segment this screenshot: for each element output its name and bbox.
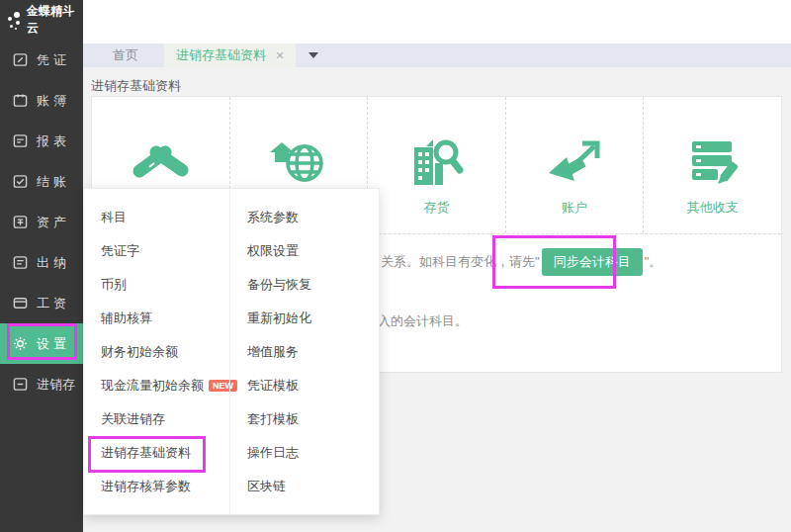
menu-item-label: 权限设置 <box>247 242 299 260</box>
menu-item-label: 系统参数 <box>247 209 299 226</box>
menu-item-label: 现金流量初始余额 <box>101 377 204 395</box>
card-inventory[interactable]: 存货 <box>368 97 506 233</box>
sidebar-item-label: 设置 <box>37 335 70 353</box>
sidebar-item-cashier[interactable]: 出纳 <box>0 242 83 283</box>
closing-check-icon <box>13 174 28 189</box>
cashier-icon <box>13 255 28 270</box>
menu-item-label: 增值服务 <box>247 343 299 361</box>
menu-item-inventory-accounting-params[interactable]: 进销存核算参数 <box>84 470 229 503</box>
sidebar-item-label: 凭证 <box>37 51 70 69</box>
tab-active-label: 进销存基础资料 <box>176 46 266 64</box>
sidebar-item-salary[interactable]: 工资 <box>0 283 83 323</box>
sidebar-item-label: 进销存 <box>37 376 75 394</box>
menu-item-label: 进销存核算参数 <box>101 478 191 495</box>
globe-house-icon <box>269 137 328 185</box>
sidebar-item-inventory[interactable]: 进销存 <box>0 364 83 404</box>
sync-accounting-subjects-button[interactable]: 同步会计科目 <box>542 248 643 276</box>
menu-item-system-params[interactable]: 系统参数 <box>230 201 379 234</box>
transfer-arrows-icon <box>547 139 602 185</box>
sidebar-item-closing[interactable]: 结账 <box>0 161 83 202</box>
sidebar-item-asset[interactable]: 资产 <box>0 202 83 242</box>
sidebar-item-label: 资产 <box>37 214 70 231</box>
menu-item-value-added-services[interactable]: 增值服务 <box>230 335 379 369</box>
gear-icon <box>13 336 28 351</box>
menu-item-label: 关联进销存 <box>101 410 165 428</box>
sidebar-item-ledger[interactable]: 账簿 <box>0 80 83 121</box>
asset-icon <box>13 215 28 229</box>
salary-card-icon <box>13 296 28 310</box>
top-white-bar <box>83 0 791 44</box>
menu-item-blockchain[interactable]: 区块链 <box>230 470 379 503</box>
tab-home-label: 首页 <box>113 46 138 64</box>
sidebar-item-label: 工资 <box>37 295 70 312</box>
sidebar-item-settings[interactable]: 设置 <box>0 323 83 364</box>
inventory-icon <box>13 377 28 392</box>
menu-item-link-inventory[interactable]: 关联进销存 <box>84 402 229 436</box>
menu-item-label: 辅助核算 <box>101 310 152 327</box>
ledger-icon <box>13 93 28 108</box>
menu-item-label: 进销存基础资料 <box>101 444 191 462</box>
card-accounts[interactable]: 账户 <box>506 97 645 233</box>
menu-item-label: 备份与恢复 <box>247 276 311 294</box>
menu-item-reinitialize[interactable]: 重新初始化 <box>230 302 379 335</box>
menu-item-voucher-type[interactable]: 凭证字 <box>84 234 229 268</box>
tab-bar: 首页 进销存基础资料 × <box>83 44 791 67</box>
sidebar: 金蝶精斗云 凭证 账簿 报表 结账 资产 出纳 工资 设置 进销存 <box>0 0 83 532</box>
tab-close-icon[interactable]: × <box>276 48 284 62</box>
report-icon <box>13 133 28 148</box>
server-edit-icon <box>684 139 742 185</box>
app-logo-text: 金蝶精斗云 <box>27 3 83 37</box>
tab-home[interactable]: 首页 <box>93 44 158 67</box>
inventory-search-icon <box>407 137 465 185</box>
menu-item-backup-restore[interactable]: 备份与恢复 <box>230 268 379 302</box>
page-title: 进销存基础资料 <box>91 77 181 95</box>
menu-item-initial-balance[interactable]: 财务初始余额 <box>84 335 229 369</box>
menu-item-label: 凭证字 <box>101 242 139 260</box>
sidebar-item-voucher[interactable]: 凭证 <box>0 40 83 80</box>
sidebar-item-label: 账簿 <box>37 92 70 110</box>
menu-item-label: 币别 <box>101 276 127 294</box>
settings-dropdown-menu: 科目 凭证字 币别 辅助核算 财务初始余额 现金流量初始余额 NEW 关联进销存… <box>83 188 380 515</box>
sidebar-item-label: 出纳 <box>37 254 70 272</box>
menu-item-label: 操作日志 <box>247 444 299 462</box>
logo-dots-icon <box>6 8 25 32</box>
menu-item-label: 区块链 <box>247 478 286 495</box>
menu-item-label: 重新初始化 <box>247 310 311 327</box>
card-label: 账户 <box>562 199 587 216</box>
menu-item-inventory-basic-data[interactable]: 进销存基础资料 <box>84 436 229 470</box>
menu-item-aux-accounting[interactable]: 辅助核算 <box>84 302 229 335</box>
menu-item-label: 科目 <box>101 209 127 226</box>
tab-dropdown-caret-icon[interactable] <box>308 52 318 58</box>
notice-text-prefix: 关系。如科目有变化，请先" <box>381 253 540 271</box>
card-label: 其他收支 <box>687 199 739 216</box>
handshake-icon <box>130 139 191 185</box>
menu-item-voucher-template[interactable]: 凭证模板 <box>230 369 379 402</box>
sidebar-item-label: 结账 <box>37 173 70 191</box>
menu-item-label: 凭证模板 <box>247 377 299 395</box>
notice-text-suffix: "。 <box>645 253 662 271</box>
sidebar-item-report[interactable]: 报表 <box>0 121 83 161</box>
menu-item-cashflow-initial-balance[interactable]: 现金流量初始余额 NEW <box>84 369 229 402</box>
app-logo[interactable]: 金蝶精斗云 <box>0 0 83 40</box>
menu-item-accounts[interactable]: 科目 <box>84 201 229 234</box>
voucher-icon <box>13 52 28 67</box>
notice-second-line: 计入的会计科目。 <box>365 312 468 330</box>
menu-item-print-template[interactable]: 套打模板 <box>230 402 379 436</box>
settings-menu-left-column: 科目 凭证字 币别 辅助核算 财务初始余额 现金流量初始余额 NEW 关联进销存… <box>84 189 229 514</box>
menu-item-operation-log[interactable]: 操作日志 <box>230 436 379 470</box>
sync-notice-line: 关系。如科目有变化，请先" 同步会计科目 "。 <box>381 247 661 277</box>
tab-inventory-basic-data[interactable]: 进销存基础资料 × <box>164 44 296 67</box>
menu-item-label: 套打模板 <box>247 410 299 428</box>
card-label: 存货 <box>423 199 449 216</box>
sidebar-item-label: 报表 <box>37 133 70 150</box>
menu-item-currency[interactable]: 币别 <box>84 268 229 302</box>
settings-menu-right-column: 系统参数 权限设置 备份与恢复 重新初始化 增值服务 凭证模板 套打模板 操作日… <box>229 189 379 514</box>
menu-item-label: 财务初始余额 <box>101 343 178 361</box>
card-other-income-expense[interactable]: 其他收支 <box>644 97 781 233</box>
menu-item-permission-settings[interactable]: 权限设置 <box>230 234 379 268</box>
